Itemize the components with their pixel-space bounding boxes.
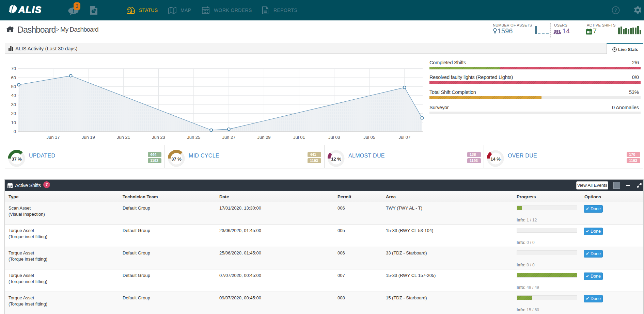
svg-text:Jun 29: Jun 29 <box>257 135 271 140</box>
svg-text:40: 40 <box>11 93 16 98</box>
svg-text:Jun 25: Jun 25 <box>187 135 200 140</box>
svg-text:14 %: 14 % <box>490 156 501 162</box>
svg-text:50: 50 <box>11 84 16 89</box>
svg-text:Jun 27: Jun 27 <box>222 135 235 140</box>
svg-text:0: 0 <box>14 129 16 134</box>
svg-text:37 %: 37 % <box>12 156 22 162</box>
svg-text:30: 30 <box>11 102 16 107</box>
svg-text:Jun 17: Jun 17 <box>46 135 60 140</box>
svg-text:10: 10 <box>11 120 16 125</box>
svg-text:60: 60 <box>11 75 16 80</box>
svg-text:Jun 23: Jun 23 <box>152 135 165 140</box>
svg-text:?: ? <box>614 7 617 13</box>
svg-text:37 %: 37 % <box>171 156 182 162</box>
svg-text:20: 20 <box>11 111 16 116</box>
svg-text:Jul 05: Jul 05 <box>363 135 375 140</box>
svg-text:Jun 21: Jun 21 <box>117 135 130 140</box>
svg-text:Jul 01: Jul 01 <box>293 135 305 140</box>
svg-text:ALIS: ALIS <box>18 5 42 15</box>
svg-text:70: 70 <box>11 66 16 71</box>
svg-text:Jul 03: Jul 03 <box>328 135 340 140</box>
svg-text:Jun 19: Jun 19 <box>82 135 95 140</box>
svg-text:12 %: 12 % <box>331 156 341 162</box>
svg-text:Jul 07: Jul 07 <box>398 135 410 140</box>
